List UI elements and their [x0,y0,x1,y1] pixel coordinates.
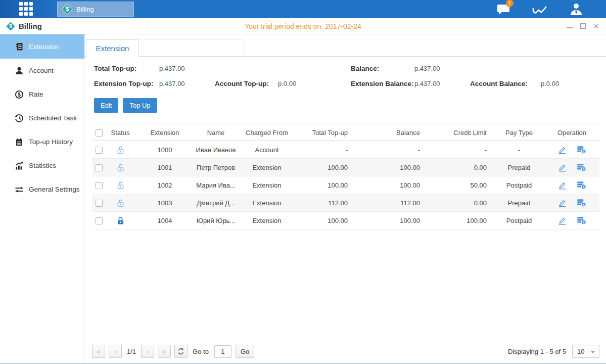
sidebar-item-rate[interactable]: $ Rate [0,82,84,106]
sidebar-item-topup-history[interactable]: Top-up History [0,130,84,154]
cell-name: Иван Иванов [195,141,237,159]
edit-row-button[interactable] [557,162,568,172]
top-up-row-button[interactable]: $ [576,180,587,190]
cell-credit-limit: 0.00 [427,159,494,176]
table-row: 1001 Петр Петров Extension 100.00 100.00… [92,159,599,176]
app-grid-icon[interactable] [19,2,33,16]
pencil-icon [558,163,567,172]
unlocked-icon [116,145,125,155]
goto-page-input[interactable] [214,345,231,358]
billing-app-icon: $ [62,4,72,14]
page-size-select[interactable]: 10 [572,345,599,358]
topup-history-notepad-icon [15,138,24,147]
sidebar-item-label: Statistics [29,162,56,169]
col-total-topup: Total Top-up [297,124,355,141]
account-balance-label: Account Balance: [470,80,541,87]
coins-topup-icon: $ [577,163,586,172]
row-checkbox[interactable] [96,147,103,154]
svg-text:$: $ [583,203,585,206]
status-lock-icon [116,163,125,170]
extension-balance-label: Extension Balance: [351,80,414,87]
messages-icon[interactable]: ! [495,3,512,16]
svg-text:$: $ [583,167,585,171]
cell-pay-type: Postpaid [494,176,544,194]
select-all-checkbox[interactable] [96,129,103,136]
sidebar-item-general-settings[interactable]: General Settings [0,177,84,201]
col-extension: Extension [134,124,195,141]
cell-name: Дмитрий Д... [195,194,237,212]
trial-notice: Your trial period ends on: 2017-02-24 [0,22,606,30]
last-page-button[interactable]: » [158,345,171,358]
minimize-icon[interactable] [567,24,573,28]
row-checkbox[interactable] [96,164,103,171]
sidebar-item-scheduled-task[interactable]: Scheduled Task [0,106,84,130]
edit-row-button[interactable] [557,180,568,190]
edit-row-button[interactable] [557,198,568,208]
row-checkbox[interactable] [96,200,103,207]
sidebar-item-label: General Settings [29,186,80,193]
general-settings-sliders-icon [15,185,24,194]
cell-charged-from: Extension [237,194,297,212]
user-account-icon[interactable] [568,3,585,16]
extension-topup-label: Extension Top-up: [94,80,159,87]
tab-extension[interactable]: Extension [86,39,139,57]
taskbar-item-label: Billing [76,6,94,13]
sidebar-item-extension[interactable]: Extension [0,34,84,59]
extension-table: Status Extension Name Charged From Total… [92,124,599,230]
coins-topup-icon: $ [577,216,586,225]
sidebar-item-label: Account [29,67,54,74]
sidebar-item-statistics[interactable]: Statistics [0,154,84,177]
sidebar-item-label: Top-up History [29,138,73,146]
go-button[interactable]: Go [236,345,254,358]
top-up-row-button[interactable]: $ [576,198,587,208]
edit-row-button[interactable] [557,215,568,225]
total-topup-label: Total Top-up: [94,65,159,72]
edit-row-button[interactable] [557,145,568,155]
svg-text:$: $ [583,150,585,153]
maximize-icon[interactable] [580,23,586,29]
svg-text:$: $ [583,220,585,224]
close-icon[interactable]: × [593,21,599,31]
cell-total-topup: 112.00 [297,194,355,212]
cell-extension: 1001 [134,159,195,176]
row-checkbox[interactable] [96,182,103,189]
sidebar-item-account[interactable]: Account [0,59,84,82]
next-page-button[interactable]: › [141,345,154,358]
cell-name: Мария Ива... [195,176,237,194]
refresh-button[interactable] [174,345,188,358]
col-operation: Operation [544,124,599,141]
cell-pay-type: Prepaid [494,159,544,176]
top-up-row-button[interactable]: $ [576,215,587,225]
goto-label: Go to [193,348,209,355]
cell-total-topup: 100.00 [297,176,355,194]
billing-window: $ Billing Your trial period ends on: 201… [0,18,606,364]
cell-total-topup: - [297,141,355,159]
scheduled-task-history-icon [15,114,24,123]
cell-charged-from: Extension [237,212,297,230]
first-page-button[interactable]: « [92,345,105,358]
pencil-icon [558,146,567,154]
col-balance: Balance [355,124,427,141]
col-status: Status [106,124,134,141]
pagination-bar: « ‹ 1/1 › » Go to Go [92,344,599,358]
prev-page-button[interactable]: ‹ [109,345,122,358]
cell-total-topup: 100.00 [297,212,355,230]
reports-chart-icon[interactable] [531,3,548,16]
edit-button[interactable]: Edit [94,98,118,113]
top-up-button[interactable]: Top Up [123,98,157,113]
balance-value: p.437.00 [414,65,470,72]
taskbar-item-billing[interactable]: $ Billing [57,2,134,17]
table-row: 1003 Дмитрий Д... Extension 112.00 112.0… [92,194,599,212]
summary-panel: Total Top-up: p.437.00 Balance: p.437.00… [85,61,606,91]
sidebar-item-label: Extension [29,43,59,51]
account-person-icon [15,66,24,75]
row-checkbox[interactable] [96,217,103,224]
sidebar-item-label: Rate [29,90,43,98]
unlocked-icon [116,198,125,208]
cell-balance: - [355,141,427,159]
cell-pay-type: Postpaid [494,212,544,230]
pencil-icon [558,181,567,190]
top-up-row-button[interactable]: $ [576,145,587,155]
top-up-row-button[interactable]: $ [576,162,587,172]
coins-topup-icon: $ [577,199,586,207]
